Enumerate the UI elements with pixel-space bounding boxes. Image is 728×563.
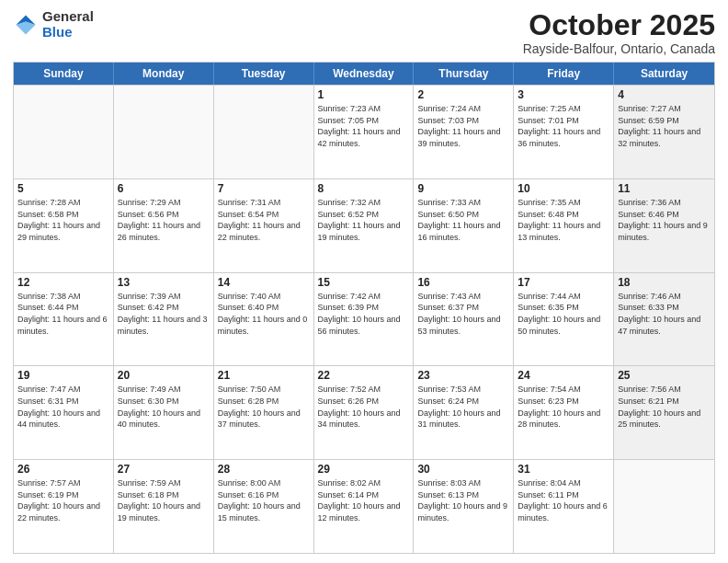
day-number: 24	[518, 369, 609, 382]
calendar-title: October 2025	[523, 9, 715, 41]
day-cell-19: 19Sunrise: 7:47 AM Sunset: 6:31 PM Dayli…	[14, 366, 114, 459]
day-cell-31: 31Sunrise: 8:04 AM Sunset: 6:11 PM Dayli…	[514, 460, 614, 553]
day-number: 22	[318, 369, 410, 382]
day-cell-29: 29Sunrise: 8:02 AM Sunset: 6:14 PM Dayli…	[314, 460, 415, 553]
week-row-0: 1Sunrise: 7:23 AM Sunset: 7:05 PM Daylig…	[14, 85, 714, 178]
day-cell-2: 2Sunrise: 7:24 AM Sunset: 7:03 PM Daylig…	[414, 86, 514, 178]
day-detail: Sunrise: 8:00 AM Sunset: 6:16 PM Dayligh…	[218, 477, 310, 523]
day-number: 17	[518, 276, 609, 289]
header-cell-tuesday: Tuesday	[214, 63, 314, 85]
day-number: 29	[318, 463, 410, 476]
header-cell-monday: Monday	[114, 63, 214, 85]
logo-blue-label: Blue	[42, 25, 94, 40]
day-number: 6	[118, 182, 210, 195]
day-cell-16: 16Sunrise: 7:43 AM Sunset: 6:37 PM Dayli…	[414, 273, 514, 366]
day-number: 23	[417, 369, 509, 382]
day-detail: Sunrise: 7:59 AM Sunset: 6:18 PM Dayligh…	[118, 477, 210, 523]
day-number: 21	[218, 369, 310, 382]
day-number: 4	[618, 88, 711, 101]
day-number: 25	[618, 369, 711, 382]
header-cell-wednesday: Wednesday	[314, 63, 415, 85]
header-cell-saturday: Saturday	[614, 63, 714, 85]
empty-cell	[14, 86, 114, 178]
day-detail: Sunrise: 7:28 AM Sunset: 6:58 PM Dayligh…	[17, 197, 109, 243]
day-number: 10	[518, 182, 609, 195]
logo: General Blue	[13, 9, 94, 40]
logo-general-label: General	[42, 9, 94, 25]
day-number: 13	[118, 276, 210, 289]
day-cell-22: 22Sunrise: 7:52 AM Sunset: 6:26 PM Dayli…	[314, 366, 415, 459]
day-cell-28: 28Sunrise: 8:00 AM Sunset: 6:16 PM Dayli…	[214, 460, 314, 553]
day-number: 12	[17, 276, 109, 289]
day-detail: Sunrise: 7:40 AM Sunset: 6:40 PM Dayligh…	[218, 291, 310, 337]
day-cell-10: 10Sunrise: 7:35 AM Sunset: 6:48 PM Dayli…	[514, 179, 614, 272]
day-detail: Sunrise: 7:27 AM Sunset: 6:59 PM Dayligh…	[618, 103, 711, 149]
day-cell-7: 7Sunrise: 7:31 AM Sunset: 6:54 PM Daylig…	[214, 179, 314, 272]
day-cell-1: 1Sunrise: 7:23 AM Sunset: 7:05 PM Daylig…	[314, 86, 415, 178]
day-number: 14	[218, 276, 310, 289]
empty-cell	[114, 86, 214, 178]
week-row-1: 5Sunrise: 7:28 AM Sunset: 6:58 PM Daylig…	[14, 178, 714, 272]
day-detail: Sunrise: 7:47 AM Sunset: 6:31 PM Dayligh…	[17, 384, 109, 430]
week-row-4: 26Sunrise: 7:57 AM Sunset: 6:19 PM Dayli…	[14, 459, 714, 553]
header-cell-friday: Friday	[514, 63, 614, 85]
day-number: 11	[618, 182, 711, 195]
page: General Blue October 2025 Rayside-Balfou…	[0, 0, 728, 563]
day-number: 15	[318, 276, 410, 289]
day-number: 7	[218, 182, 310, 195]
calendar: SundayMondayTuesdayWednesdayThursdayFrid…	[13, 62, 715, 554]
day-cell-8: 8Sunrise: 7:32 AM Sunset: 6:52 PM Daylig…	[314, 179, 415, 272]
calendar-subtitle: Rayside-Balfour, Ontario, Canada	[523, 41, 715, 56]
day-cell-27: 27Sunrise: 7:59 AM Sunset: 6:18 PM Dayli…	[114, 460, 214, 553]
day-cell-14: 14Sunrise: 7:40 AM Sunset: 6:40 PM Dayli…	[214, 273, 314, 366]
day-number: 8	[318, 182, 410, 195]
day-number: 9	[417, 182, 509, 195]
day-cell-3: 3Sunrise: 7:25 AM Sunset: 7:01 PM Daylig…	[514, 86, 614, 178]
day-cell-13: 13Sunrise: 7:39 AM Sunset: 6:42 PM Dayli…	[114, 273, 214, 366]
day-detail: Sunrise: 7:35 AM Sunset: 6:48 PM Dayligh…	[518, 197, 609, 243]
day-number: 16	[417, 276, 509, 289]
day-cell-6: 6Sunrise: 7:29 AM Sunset: 6:56 PM Daylig…	[114, 179, 214, 272]
day-number: 27	[118, 463, 210, 476]
day-detail: Sunrise: 7:56 AM Sunset: 6:21 PM Dayligh…	[618, 384, 711, 430]
day-cell-17: 17Sunrise: 7:44 AM Sunset: 6:35 PM Dayli…	[514, 273, 614, 366]
day-detail: Sunrise: 8:04 AM Sunset: 6:11 PM Dayligh…	[518, 477, 609, 523]
day-number: 2	[417, 88, 509, 101]
day-number: 28	[218, 463, 310, 476]
logo-icon	[13, 12, 39, 38]
day-number: 20	[118, 369, 210, 382]
day-detail: Sunrise: 7:33 AM Sunset: 6:50 PM Dayligh…	[417, 197, 509, 243]
day-detail: Sunrise: 7:42 AM Sunset: 6:39 PM Dayligh…	[318, 291, 410, 337]
calendar-header-row: SundayMondayTuesdayWednesdayThursdayFrid…	[14, 63, 714, 85]
day-cell-18: 18Sunrise: 7:46 AM Sunset: 6:33 PM Dayli…	[614, 273, 714, 366]
day-detail: Sunrise: 7:36 AM Sunset: 6:46 PM Dayligh…	[618, 197, 711, 243]
day-detail: Sunrise: 7:53 AM Sunset: 6:24 PM Dayligh…	[417, 384, 509, 430]
day-number: 30	[417, 463, 509, 476]
day-cell-25: 25Sunrise: 7:56 AM Sunset: 6:21 PM Dayli…	[614, 366, 714, 459]
day-detail: Sunrise: 7:24 AM Sunset: 7:03 PM Dayligh…	[417, 103, 509, 149]
header-cell-thursday: Thursday	[414, 63, 514, 85]
empty-cell	[214, 86, 314, 178]
day-cell-30: 30Sunrise: 8:03 AM Sunset: 6:13 PM Dayli…	[414, 460, 514, 553]
day-cell-21: 21Sunrise: 7:50 AM Sunset: 6:28 PM Dayli…	[214, 366, 314, 459]
title-block: October 2025 Rayside-Balfour, Ontario, C…	[523, 9, 715, 56]
day-detail: Sunrise: 8:02 AM Sunset: 6:14 PM Dayligh…	[318, 477, 410, 523]
empty-cell	[614, 460, 714, 553]
week-row-3: 19Sunrise: 7:47 AM Sunset: 6:31 PM Dayli…	[14, 365, 714, 459]
day-detail: Sunrise: 7:44 AM Sunset: 6:35 PM Dayligh…	[518, 291, 609, 337]
day-detail: Sunrise: 7:43 AM Sunset: 6:37 PM Dayligh…	[417, 291, 509, 337]
day-cell-26: 26Sunrise: 7:57 AM Sunset: 6:19 PM Dayli…	[14, 460, 114, 553]
day-detail: Sunrise: 7:46 AM Sunset: 6:33 PM Dayligh…	[618, 291, 711, 337]
day-detail: Sunrise: 7:25 AM Sunset: 7:01 PM Dayligh…	[518, 103, 609, 149]
day-detail: Sunrise: 7:49 AM Sunset: 6:30 PM Dayligh…	[118, 384, 210, 430]
day-detail: Sunrise: 7:32 AM Sunset: 6:52 PM Dayligh…	[318, 197, 410, 243]
day-cell-15: 15Sunrise: 7:42 AM Sunset: 6:39 PM Dayli…	[314, 273, 415, 366]
day-cell-11: 11Sunrise: 7:36 AM Sunset: 6:46 PM Dayli…	[614, 179, 714, 272]
day-cell-12: 12Sunrise: 7:38 AM Sunset: 6:44 PM Dayli…	[14, 273, 114, 366]
day-cell-4: 4Sunrise: 7:27 AM Sunset: 6:59 PM Daylig…	[614, 86, 714, 178]
day-number: 18	[618, 276, 711, 289]
day-number: 3	[518, 88, 609, 101]
day-cell-24: 24Sunrise: 7:54 AM Sunset: 6:23 PM Dayli…	[514, 366, 614, 459]
header: General Blue October 2025 Rayside-Balfou…	[13, 9, 715, 56]
day-detail: Sunrise: 7:54 AM Sunset: 6:23 PM Dayligh…	[518, 384, 609, 430]
